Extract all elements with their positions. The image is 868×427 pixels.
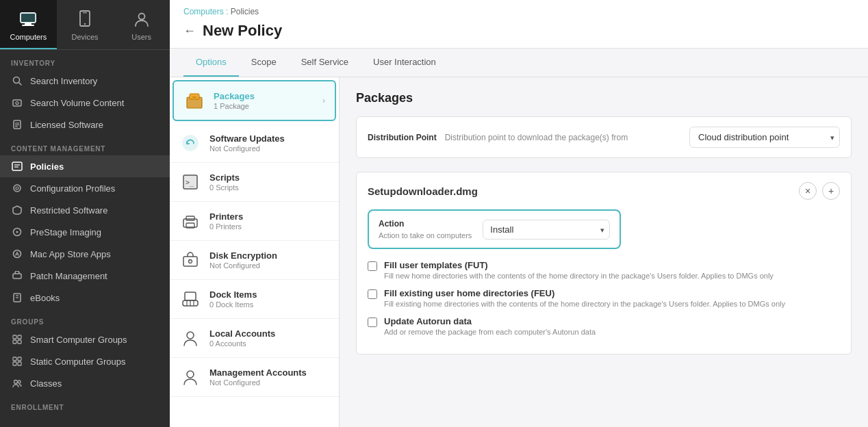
svg-rect-6: [83, 12, 87, 13]
sidebar-item-computers[interactable]: Computers: [0, 0, 57, 49]
tab-self-service[interactable]: Self Service: [289, 49, 361, 77]
autorun-desc: Add or remove the package from each comp…: [384, 328, 596, 336]
checkbox-feu[interactable]: [368, 289, 377, 299]
svg-rect-3: [21, 13, 36, 23]
package-buttons: × +: [799, 182, 840, 200]
svg-rect-30: [18, 335, 21, 339]
sidebar-item-ebooks[interactable]: eBooks: [0, 287, 170, 309]
sidebar-item-search-volume[interactable]: Search Volume Content: [0, 92, 170, 114]
prestage-icon: [11, 226, 23, 238]
remove-package-button[interactable]: ×: [799, 182, 817, 200]
svg-rect-34: [18, 357, 21, 361]
sidebar-item-smart-computer-groups[interactable]: Smart Computer Groups: [0, 328, 170, 350]
breadcrumb-parent[interactable]: Computers: [183, 7, 224, 16]
checkbox-autorun[interactable]: [368, 318, 377, 327]
svg-text:>_: >_: [186, 179, 194, 187]
svg-point-37: [14, 380, 18, 384]
sidebar-item-devices[interactable]: Devices: [57, 0, 114, 49]
sidebar-item-licensed-software[interactable]: Licensed Software: [0, 114, 170, 135]
svg-point-11: [16, 102, 18, 105]
sidebar-item-users-top[interactable]: Users: [113, 0, 170, 49]
svg-point-38: [18, 380, 21, 383]
licensed-software-icon: [11, 118, 23, 131]
sidebar-item-restricted-software[interactable]: Restricted Software: [0, 199, 170, 221]
sub-item-disk-encryption[interactable]: Disk Encryption Not Configured: [170, 241, 339, 280]
checkbox-feu-row: Fill existing user home directories (FEU…: [368, 288, 840, 308]
action-select[interactable]: Install Cache Install Cached Packages Un…: [483, 220, 610, 240]
topbar: Computers : Policies ← New Policy: [170, 0, 868, 49]
tabs-row: Options Scope Self Service User Interact…: [170, 49, 868, 77]
local-accounts-sub: 0 Accounts: [209, 339, 329, 348]
sub-item-local-accounts[interactable]: Local Accounts 0 Accounts: [170, 319, 339, 358]
sub-item-packages[interactable]: Packages 1 Package ›: [173, 80, 336, 121]
dist-point-select[interactable]: Cloud distribution point Default distrib…: [689, 127, 840, 148]
users-icon: [131, 8, 153, 30]
enrollment-section-label: ENROLLMENT: [0, 394, 170, 414]
svg-rect-2: [22, 25, 34, 26]
devices-icon: [74, 8, 96, 30]
sub-item-dock-items[interactable]: Dock Items 0 Dock Items: [170, 280, 339, 319]
disk-encryption-icon: [179, 249, 201, 271]
add-package-button[interactable]: +: [822, 182, 840, 200]
checkbox-fut[interactable]: [368, 261, 377, 271]
patch-icon: [11, 270, 23, 282]
policies-label: Policies: [30, 161, 64, 172]
tab-options[interactable]: Options: [183, 49, 239, 77]
printers-icon: [179, 210, 201, 232]
local-accounts-icon: [179, 327, 201, 349]
mac-app-store-label: Mac App Store Apps: [30, 249, 111, 259]
dist-point-label: Distribution Point: [368, 133, 437, 142]
feu-title: Fill existing user home directories (FEU…: [384, 288, 785, 298]
sidebar-item-policies[interactable]: Policies: [0, 155, 170, 177]
inventory-section-label: INVENTORY: [0, 50, 170, 70]
sub-item-software-updates[interactable]: Software Updates Not Configured: [170, 124, 339, 163]
main-area: Computers : Policies ← New Policy Option…: [170, 0, 868, 427]
disk-encryption-title: Disk Encryption: [209, 250, 329, 261]
sidebar-item-static-computer-groups[interactable]: Static Computer Groups: [0, 350, 170, 372]
svg-point-19: [14, 185, 21, 192]
breadcrumb-sep: :: [226, 7, 231, 16]
tab-user-interaction[interactable]: User Interaction: [361, 49, 448, 77]
software-updates-title: Software Updates: [209, 133, 329, 144]
devices-label: Devices: [71, 33, 98, 41]
licensed-software-label: Licensed Software: [30, 120, 103, 130]
svg-point-59: [187, 371, 194, 378]
restricted-software-icon: [11, 204, 23, 216]
sidebar-item-configuration-profiles[interactable]: Configuration Profiles: [0, 177, 170, 199]
dock-items-title: Dock Items: [209, 289, 329, 300]
sub-panel: Packages 1 Package › Software Updates No…: [170, 77, 340, 427]
svg-point-7: [138, 14, 144, 20]
computers-label: Computers: [10, 33, 47, 41]
svg-line-9: [19, 83, 22, 86]
sidebar-item-prestage-imaging[interactable]: PreStage Imaging: [0, 221, 170, 243]
classes-icon: [11, 377, 23, 389]
packages-chevron: ›: [322, 96, 325, 105]
action-label: Action: [379, 219, 472, 229]
tab-scope[interactable]: Scope: [239, 49, 289, 77]
sub-item-printers[interactable]: Printers 0 Printers: [170, 202, 339, 241]
svg-point-22: [16, 231, 18, 233]
scripts-icon: >_: [179, 171, 201, 193]
sidebar-item-patch-management[interactable]: Patch Management: [0, 265, 170, 287]
sub-item-scripts[interactable]: >_ Scripts 0 Scripts: [170, 163, 339, 202]
sidebar: Computers Devices Users INVENTORY: [0, 0, 170, 427]
dock-items-icon: [179, 288, 201, 310]
feu-desc: Fill existing home directories with the …: [384, 300, 785, 308]
svg-rect-33: [13, 357, 16, 361]
back-button[interactable]: ←: [183, 24, 196, 38]
restricted-software-label: Restricted Software: [30, 205, 107, 216]
svg-rect-32: [18, 340, 21, 344]
distribution-point-row: Distribution Point Distribution point to…: [356, 116, 852, 158]
svg-point-43: [183, 135, 198, 151]
printers-text: Printers 0 Printers: [209, 211, 329, 231]
sidebar-item-mac-app-store[interactable]: Mac App Store Apps: [0, 243, 170, 265]
dist-select-container: Cloud distribution point Default distrib…: [689, 127, 840, 148]
sidebar-item-classes[interactable]: Classes: [0, 372, 170, 394]
app-store-icon: [11, 248, 23, 260]
fut-title: Fill user templates (FUT): [384, 260, 774, 270]
sub-item-management-accounts[interactable]: Management Accounts Not Configured: [170, 358, 339, 397]
packages-text: Packages 1 Package: [214, 91, 314, 110]
scripts-sub: 0 Scripts: [209, 183, 329, 192]
sidebar-item-search-inventory[interactable]: Search Inventory: [0, 70, 170, 92]
dist-point-desc: Distribution point to download the packa…: [445, 133, 628, 142]
